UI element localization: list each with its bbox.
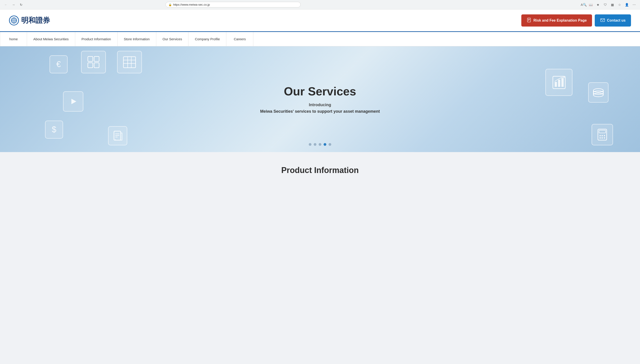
collections-button[interactable]: ☆ xyxy=(616,2,623,8)
mail-icon xyxy=(600,18,605,24)
svg-rect-15 xyxy=(94,63,99,68)
forward-button[interactable]: → xyxy=(10,2,17,8)
slide-dot-4[interactable] xyxy=(324,143,326,146)
nav-item-home[interactable]: home xyxy=(0,32,27,46)
logo-icon xyxy=(9,16,19,26)
hero-banner: € xyxy=(0,46,640,152)
svg-point-35 xyxy=(599,135,601,136)
address-bar[interactable]: 🔒 https://www.meiwa-sec.co.jp xyxy=(166,2,301,8)
risk-icon xyxy=(527,18,532,24)
reload-button[interactable]: ↻ xyxy=(18,2,24,8)
browser-chrome: ← → ↻ 🔒 https://www.meiwa-sec.co.jp A🔍 📖… xyxy=(0,0,640,10)
contact-button[interactable]: Contact us xyxy=(595,14,631,26)
browser-actions: A🔍 📖 ★ 🛡 ▦ ☆ 👤 ⋯ xyxy=(580,2,637,8)
svg-rect-22 xyxy=(555,82,557,87)
hero-title: Our Services xyxy=(260,84,380,98)
split-button[interactable]: ▦ xyxy=(609,2,616,8)
hero-subtitle: Introducing xyxy=(260,102,380,107)
grid-icon xyxy=(81,51,106,73)
url-text: https://www.meiwa-sec.co.jp xyxy=(173,3,210,6)
nav-item-about[interactable]: About Meiwa Securities xyxy=(27,32,75,46)
calc-icon xyxy=(591,124,613,145)
hero-description: Meiwa Securities' services to support yo… xyxy=(260,109,380,114)
coins-icon xyxy=(588,82,608,102)
nav-item-products[interactable]: Product Information xyxy=(75,32,118,46)
slide-dot-3[interactable] xyxy=(319,143,321,146)
slide-dot-1[interactable] xyxy=(309,143,311,146)
svg-point-39 xyxy=(601,137,603,138)
nav-item-services[interactable]: Our Services xyxy=(156,32,189,46)
risk-fee-label: Risk and Fee Explanation Page xyxy=(533,18,587,22)
product-section-title: Product Information xyxy=(9,166,631,175)
euro-icon: € xyxy=(50,55,68,73)
top-header: 明和證券 Risk and Fee Explanation Page xyxy=(0,10,640,32)
svg-point-2 xyxy=(14,20,15,21)
svg-rect-23 xyxy=(558,80,560,87)
hero-content: Our Services Introducing Meiwa Securitie… xyxy=(260,84,380,114)
slide-dot-2[interactable] xyxy=(314,143,316,146)
svg-rect-34 xyxy=(599,130,605,133)
website: 明和證券 Risk and Fee Explanation Page xyxy=(0,10,640,184)
svg-point-29 xyxy=(593,93,603,97)
svg-marker-32 xyxy=(71,99,76,104)
lock-icon: 🔒 xyxy=(168,3,172,6)
translate-button[interactable]: A🔍 xyxy=(580,2,587,8)
menu-button[interactable]: ⋯ xyxy=(631,2,637,8)
svg-point-40 xyxy=(604,137,605,138)
logo-text: 明和證券 xyxy=(21,16,50,26)
barchart-icon xyxy=(545,69,572,96)
favorites-button[interactable]: ★ xyxy=(595,2,601,8)
back-button[interactable]: ← xyxy=(3,2,9,8)
product-section: Product Information xyxy=(0,152,640,184)
logo-area: 明和證券 xyxy=(9,16,50,26)
svg-rect-12 xyxy=(88,56,93,62)
contact-label: Contact us xyxy=(607,18,625,22)
nav-item-company[interactable]: Company Profile xyxy=(188,32,226,46)
shield-button[interactable]: 🛡 xyxy=(602,2,608,8)
nav-item-store[interactable]: Store Information xyxy=(118,32,156,46)
risk-fee-button[interactable]: Risk and Fee Explanation Page xyxy=(521,14,592,26)
svg-point-38 xyxy=(599,137,601,138)
reader-button[interactable]: 📖 xyxy=(588,2,594,8)
slide-dot-5[interactable] xyxy=(329,143,331,146)
svg-rect-13 xyxy=(94,56,99,62)
nav-item-careers[interactable]: Careers xyxy=(226,32,253,46)
hero-dots xyxy=(309,143,331,146)
svg-rect-7 xyxy=(527,18,531,22)
browser-nav-buttons: ← → ↻ xyxy=(3,2,24,8)
svg-rect-14 xyxy=(88,63,93,68)
svg-point-37 xyxy=(604,135,605,136)
play-icon xyxy=(63,91,83,112)
header-buttons: Risk and Fee Explanation Page Contact us xyxy=(521,14,631,26)
svg-point-36 xyxy=(601,135,603,136)
profile-button[interactable]: 👤 xyxy=(624,2,630,8)
table-icon xyxy=(117,51,142,73)
dollar-icon: $ xyxy=(45,120,63,138)
svg-rect-24 xyxy=(561,78,564,87)
svg-rect-16 xyxy=(123,57,136,68)
doc-icon xyxy=(108,126,127,145)
nav-bar: home About Meiwa Securities Product Info… xyxy=(0,32,640,46)
